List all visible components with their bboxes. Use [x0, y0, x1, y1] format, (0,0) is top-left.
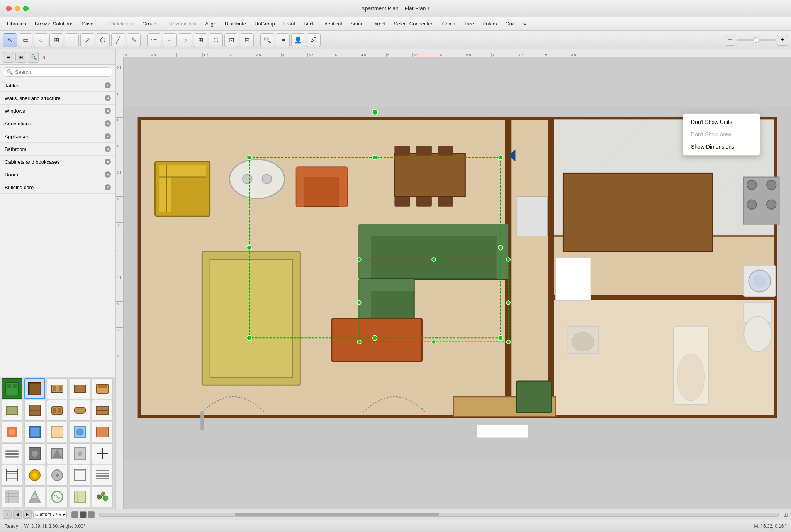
icon-cell[interactable]: [70, 378, 90, 399]
menu-select-connected[interactable]: Select Connected: [390, 19, 438, 28]
page-dot-2[interactable]: [80, 511, 87, 518]
horizontal-scrollbar[interactable]: [99, 513, 779, 517]
search-box[interactable]: 🔍: [3, 67, 112, 77]
tool-search[interactable]: 🔍: [260, 33, 274, 47]
search-input[interactable]: [15, 69, 109, 75]
tool-table[interactable]: ⊞: [49, 33, 63, 47]
menu-direct[interactable]: Direct: [368, 19, 389, 28]
category-tables[interactable]: Tables ✕: [0, 79, 115, 92]
menu-delete-link[interactable]: Delete link: [107, 19, 138, 28]
category-close-windows[interactable]: ✕: [105, 108, 111, 114]
sidebar-view-list[interactable]: ≡: [3, 52, 14, 63]
category-bathroom[interactable]: Bathroom ✕: [0, 143, 115, 156]
tool-lasso[interactable]: ⬡: [209, 33, 223, 47]
icon-cell[interactable]: [24, 465, 45, 486]
tool-pen[interactable]: 🖊: [307, 33, 321, 47]
icon-cell[interactable]: [70, 400, 90, 421]
category-doors[interactable]: Doors ✕: [0, 168, 115, 181]
tool-ellipse[interactable]: ○: [34, 33, 48, 47]
icon-cell[interactable]: [24, 400, 45, 421]
tool-select[interactable]: ↖: [3, 33, 17, 47]
category-close-tables[interactable]: ✕: [105, 82, 111, 88]
zoom-slider-thumb[interactable]: [754, 37, 759, 43]
icon-cell[interactable]: [70, 422, 90, 442]
zoom-out-button[interactable]: −: [725, 35, 735, 46]
icon-cell[interactable]: [2, 400, 22, 421]
zoom-in-button[interactable]: +: [777, 35, 788, 46]
category-close-cabinets[interactable]: ✕: [105, 159, 111, 165]
icon-cell[interactable]: [92, 400, 113, 421]
sidebar-search-toggle[interactable]: 🔍: [28, 52, 39, 63]
menu-save[interactable]: Save...: [78, 19, 101, 28]
category-walls[interactable]: Walls, shell and structure ✕: [0, 92, 115, 105]
menu-align[interactable]: Align: [201, 19, 220, 28]
scroll-thumb[interactable]: [235, 513, 439, 516]
zoom-slider[interactable]: [737, 39, 776, 41]
tool-path[interactable]: ✎: [127, 33, 141, 47]
menu-libraries[interactable]: Libraries: [3, 19, 30, 28]
tool-freeform[interactable]: 〜: [147, 33, 161, 47]
page-dot-3[interactable]: [88, 511, 95, 518]
tool-person[interactable]: 👤: [291, 33, 305, 47]
icon-cell[interactable]: [70, 443, 90, 464]
category-close-bathroom[interactable]: ✕: [105, 146, 111, 152]
zoom-dropdown-arrow[interactable]: ▾: [63, 512, 65, 517]
grid-icon[interactable]: ⊞: [783, 512, 788, 518]
category-close-annotations[interactable]: ✕: [105, 120, 111, 127]
icon-cell[interactable]: [47, 422, 68, 442]
canvas-container[interactable]: 0.5 1 1.5 2 2.5 3 3.5 4 4.5 5 5.5 6: [116, 57, 791, 509]
category-close-walls[interactable]: ✕: [105, 95, 111, 101]
icon-cell[interactable]: [70, 486, 90, 507]
icon-cell[interactable]: [2, 486, 22, 507]
icon-cell[interactable]: [24, 422, 45, 442]
menu-grid[interactable]: Grid: [501, 19, 519, 28]
menu-group[interactable]: Group: [138, 19, 160, 28]
icon-cell[interactable]: [92, 422, 113, 442]
minimize-button[interactable]: [15, 6, 20, 11]
category-building-core[interactable]: Building core ✕: [0, 181, 115, 194]
menu-smart[interactable]: Smart: [346, 19, 368, 28]
icon-cell[interactable]: [47, 378, 68, 399]
icon-cell[interactable]: [47, 486, 68, 507]
icon-cell[interactable]: [47, 465, 68, 486]
page-dot-1[interactable]: [71, 511, 78, 518]
menu-front[interactable]: Front: [280, 19, 299, 28]
zoom-select[interactable]: Custom 77% ▾: [33, 511, 67, 518]
icon-cell[interactable]: [24, 378, 45, 399]
icon-cell[interactable]: [92, 378, 113, 399]
menu-rulers[interactable]: Rulers: [479, 19, 501, 28]
next-page-button[interactable]: ▶: [23, 510, 32, 519]
tool-curve[interactable]: ⌒: [65, 33, 79, 47]
menu-back[interactable]: Back: [300, 19, 319, 28]
tool-extra2[interactable]: ⊟: [240, 33, 254, 47]
menu-identical[interactable]: Identical: [319, 19, 346, 28]
category-appliances[interactable]: Appliances ✕: [0, 130, 115, 143]
tool-shape[interactable]: ⬡: [96, 33, 110, 47]
category-cabinets[interactable]: Cabinets and bookcases ✕: [0, 156, 115, 168]
prev-page-button[interactable]: ◀: [13, 510, 22, 519]
ctx-dont-show-units[interactable]: Don't Show Units: [683, 116, 760, 128]
icon-cell[interactable]: [2, 465, 22, 486]
menu-distribute[interactable]: Distribute: [221, 19, 250, 28]
menu-reverse-link[interactable]: Reverse link: [165, 19, 201, 28]
tool-arc[interactable]: ⌣: [163, 33, 177, 47]
icon-cell[interactable]: [92, 465, 113, 486]
tool-rect[interactable]: ▭: [19, 33, 32, 47]
category-close-appliances[interactable]: ✕: [105, 133, 111, 139]
ctx-dont-show-area[interactable]: Don't Show Area: [683, 128, 760, 141]
icon-cell[interactable]: [2, 422, 22, 442]
maximize-button[interactable]: [23, 6, 29, 11]
tool-stamp[interactable]: ⊞: [194, 33, 207, 47]
icon-cell[interactable]: [92, 443, 113, 464]
tool-poly[interactable]: ▷: [178, 33, 192, 47]
pause-button[interactable]: ⏸: [3, 510, 12, 519]
tool-pan[interactable]: ☚: [276, 33, 290, 47]
close-button[interactable]: [6, 6, 12, 11]
icon-cell[interactable]: [2, 443, 22, 464]
menu-browse-solutions[interactable]: Browse Solutions: [31, 19, 77, 28]
icon-cell[interactable]: [47, 400, 68, 421]
tool-line[interactable]: ╱: [111, 33, 125, 47]
window-controls[interactable]: [6, 6, 29, 11]
icon-cell[interactable]: [70, 465, 90, 486]
category-close-building-core[interactable]: ✕: [105, 184, 111, 190]
